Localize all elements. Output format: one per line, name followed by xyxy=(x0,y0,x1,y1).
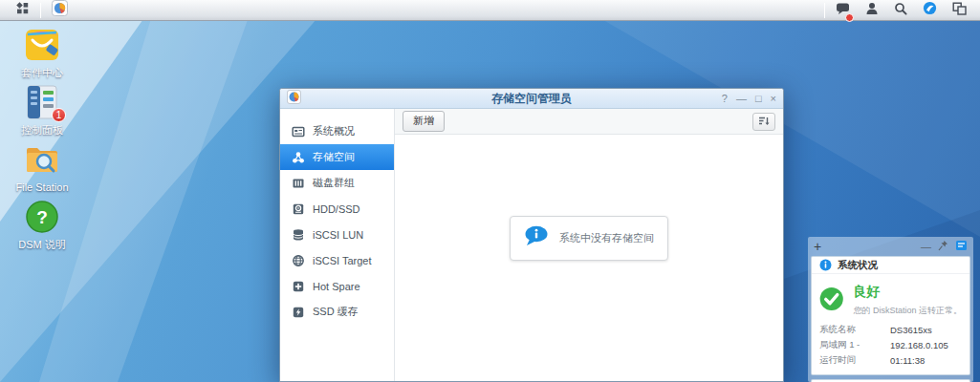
system-status-header[interactable]: 系统状况 xyxy=(812,257,969,274)
empty-state-message: 系统中没有存储空间 xyxy=(510,216,668,261)
info-row-label: 运行时间 xyxy=(819,354,890,367)
sidebar-item-label: 存储空间 xyxy=(313,150,355,164)
user-button[interactable] xyxy=(858,0,886,20)
search-button[interactable] xyxy=(886,0,915,20)
system-status-title: 系统状况 xyxy=(838,259,878,272)
package-center-icon xyxy=(24,27,60,63)
main-menu-button[interactable] xyxy=(8,0,37,20)
storage-manager-app-button[interactable] xyxy=(44,0,76,20)
sidebar-item-label: 系统概况 xyxy=(313,124,355,138)
info-row-label: 局域网 1 - xyxy=(819,339,890,351)
taskbar-separator xyxy=(40,3,41,18)
status-texts: 良好 您的 DiskStation 运转正常。 xyxy=(853,281,962,317)
window-controls: ? — □ × xyxy=(722,94,776,104)
sort-button[interactable] xyxy=(752,113,775,131)
help-button[interactable]: ? xyxy=(722,94,728,104)
minimize-button[interactable]: — xyxy=(736,94,747,104)
create-button[interactable]: 新增 xyxy=(403,111,445,132)
desktop-icon-label: DSM 说明 xyxy=(18,239,66,250)
pin-icon xyxy=(938,240,948,251)
notifications-icon xyxy=(836,2,850,19)
info-row-value: 01:11:38 xyxy=(890,355,925,366)
widget-header: + — xyxy=(811,237,970,256)
info-row-lan: 局域网 1 - 192.168.0.105 xyxy=(819,337,962,352)
control-panel-badge: 1 xyxy=(52,108,66,122)
dsm-help-icon: ? xyxy=(24,199,60,235)
ssd-cache-icon xyxy=(292,306,305,319)
system-status-panel: 系统状况 良好 您的 DiskStation 运转正常。 系统名称 DS3615… xyxy=(811,256,970,375)
disk-group-icon xyxy=(292,177,305,190)
hdd-ssd-icon xyxy=(292,202,305,216)
info-row-label: 系统名称 xyxy=(819,324,890,336)
sidebar-item-iscsi-lun[interactable]: iSCSI LUN xyxy=(280,222,394,247)
file-station-icon xyxy=(24,141,60,178)
window-toolbar: 新增 xyxy=(395,109,783,135)
system-info-rows: 系统名称 DS3615xs 局域网 1 - 192.168.0.105 运行时间… xyxy=(812,319,969,372)
info-icon xyxy=(819,259,832,271)
sidebar-item-hot-spare[interactable]: Hot Spare xyxy=(280,273,394,299)
user-icon xyxy=(865,2,879,19)
status-value: 良好 xyxy=(853,284,962,301)
pilot-view-button[interactable] xyxy=(915,0,945,20)
widget-pin-button[interactable] xyxy=(938,238,948,255)
window-app-icon xyxy=(287,90,301,108)
control-panel-icon: 1 xyxy=(24,84,60,120)
show-desktop-icon xyxy=(952,2,967,19)
search-icon xyxy=(894,2,907,19)
sidebar-item-disk-group[interactable]: 磁盘群组 xyxy=(280,170,394,196)
system-widget-panel: + — xyxy=(808,237,973,382)
widget-minimize-button[interactable]: — xyxy=(921,242,931,252)
show-desktop-button[interactable] xyxy=(945,0,974,20)
iscsi-target-icon xyxy=(292,254,305,267)
sidebar-item-hdd-ssd[interactable]: HDD/SSD xyxy=(280,196,394,222)
taskbar-right xyxy=(821,0,980,20)
empty-state-text: 系统中没有存储空间 xyxy=(559,231,654,245)
info-row-uptime: 运行时间 01:11:38 xyxy=(819,352,962,368)
desktop-icon-label: 套件中心 xyxy=(21,67,63,78)
sidebar-item-storage-volume[interactable]: 存储空间 xyxy=(280,144,394,170)
desktop-icon-package-center[interactable]: 套件中心 xyxy=(10,27,75,78)
desktop-icon-dsm-help[interactable]: ? DSM 说明 xyxy=(10,199,75,250)
widget-add-button[interactable]: + xyxy=(814,240,821,253)
info-row-value: 192.168.0.105 xyxy=(890,340,948,350)
window-body: 系统概况 存储空间 xyxy=(280,109,783,382)
info-row-value: DS3615xs xyxy=(890,325,932,335)
taskbar-separator xyxy=(824,3,825,18)
info-bubble-icon xyxy=(524,225,551,251)
sidebar-item-overview[interactable]: 系统概况 xyxy=(280,118,394,144)
desktop-icon-file-station[interactable]: File Station xyxy=(10,141,75,193)
notifications-button[interactable] xyxy=(828,0,858,20)
taskbar xyxy=(0,0,980,21)
iscsi-lun-icon xyxy=(292,228,305,242)
sidebar-item-label: iSCSI LUN xyxy=(313,229,363,241)
dock-icon xyxy=(955,240,968,251)
main-menu-icon xyxy=(15,1,30,19)
desktop-icon-list: 套件中心 1 控制面板 xyxy=(10,27,75,250)
sort-icon xyxy=(758,116,771,127)
pilot-view-icon xyxy=(923,1,937,19)
system-status-body: 良好 您的 DiskStation 运转正常。 xyxy=(812,274,969,319)
storage-manager-app-icon xyxy=(52,0,68,20)
svg-text:?: ? xyxy=(36,207,48,227)
sidebar-item-label: HDD/SSD xyxy=(313,203,360,215)
status-ok-check-icon xyxy=(819,281,843,317)
window-titlebar[interactable]: 存储空间管理员 ? — □ × xyxy=(280,89,783,109)
sidebar-item-label: 磁盘群组 xyxy=(313,176,355,190)
sidebar-item-iscsi-target[interactable]: iSCSI Target xyxy=(280,247,394,273)
desktop-icon-control-panel[interactable]: 1 控制面板 xyxy=(10,84,75,136)
sidebar-item-label: Hot Spare xyxy=(313,281,360,292)
hot-spare-icon xyxy=(292,280,305,293)
close-button[interactable]: × xyxy=(771,94,776,104)
taskbar-left xyxy=(0,0,76,20)
desktop-icon-label: File Station xyxy=(15,181,68,193)
window-sidebar: 系统概况 存储空间 xyxy=(280,109,395,382)
window-content: 新增 xyxy=(395,109,783,382)
widget-dock-button[interactable] xyxy=(955,238,968,255)
info-row-system-name: 系统名称 DS3615xs xyxy=(819,322,962,337)
maximize-button[interactable]: □ xyxy=(755,94,762,104)
storage-volume-icon xyxy=(292,151,305,164)
desktop-icon-label: 控制面板 xyxy=(21,124,63,136)
sidebar-item-ssd-cache[interactable]: SSD 缓存 xyxy=(280,299,394,325)
sidebar-item-label: SSD 缓存 xyxy=(313,305,359,319)
window-title: 存储空间管理员 xyxy=(280,91,783,107)
